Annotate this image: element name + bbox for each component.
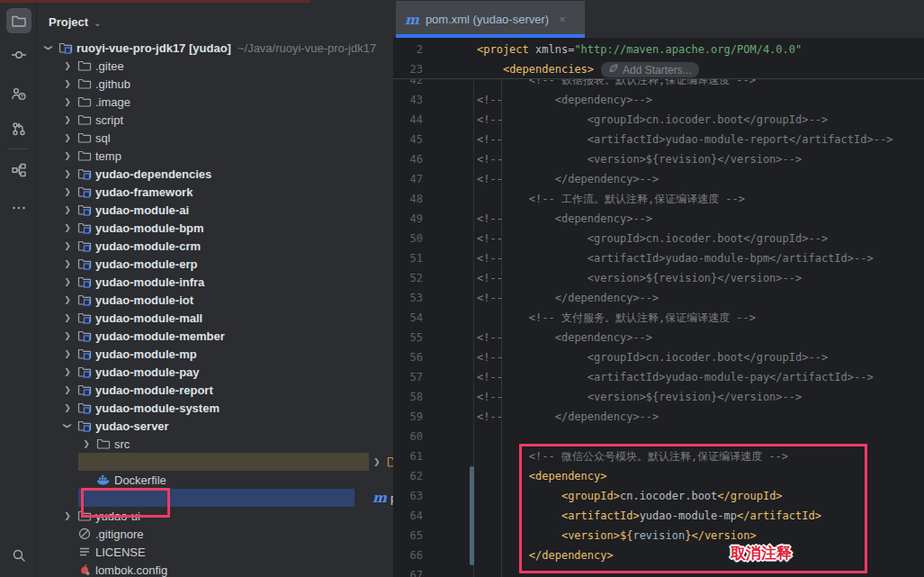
code-line[interactable]: <!-- <artifactId>yudao-module-bpm</artif…	[477, 248, 874, 268]
tree-item-license[interactable]: LICENSE	[37, 543, 393, 561]
code-editor[interactable]: 42 <!-- 数据报表。默认注释,保证编译速度 -->43<!-- <depe…	[393, 38, 924, 577]
tree-item-label: yudao-module-system	[94, 401, 220, 415]
collaboration-icon[interactable]: ?	[6, 81, 31, 106]
chevron-right-icon[interactable]: ❯	[59, 169, 76, 178]
module-folder-icon	[57, 41, 75, 55]
code-line[interactable]: <!-- 支付服务。默认注释,保证编译速度 -->	[477, 308, 756, 328]
tree-item-yudao-module-report[interactable]: ❯yudao-module-report	[37, 381, 393, 399]
tab-pom-xml[interactable]: m pom.xml (yudao-server) ×	[396, 1, 585, 38]
tree-item-yudao-module-member[interactable]: ❯yudao-module-member	[37, 327, 393, 345]
folder-icon	[76, 77, 94, 91]
code-line[interactable]: <!-- </dependency>-->	[477, 288, 659, 308]
close-icon[interactable]: ×	[559, 13, 566, 26]
tree-item-yudao-module-erp[interactable]: ❯yudao-module-erp	[37, 255, 393, 273]
code-line[interactable]: <!-- <dependency>-->	[477, 90, 652, 110]
code-line[interactable]: <!-- </dependency>-->	[477, 407, 659, 427]
tree-item-yudao-module-bpm[interactable]: ❯yudao-module-bpm	[37, 219, 393, 237]
tree-item-yudao-module-pay[interactable]: ❯yudao-module-pay	[37, 363, 393, 381]
code-line[interactable]: <artifactId>yudao-module-mp</artifactId>	[477, 506, 821, 526]
code-line[interactable]: <dependencies>Add Starters...	[477, 59, 699, 79]
code-line[interactable]: <!-- <version>${revision}</version>-->	[477, 268, 802, 288]
code-line[interactable]: <!-- 工作流。默认注释,保证编译速度 -->	[477, 189, 745, 209]
code-line[interactable]: <!-- <artifactId>yudao-module-report</ar…	[477, 130, 893, 149]
code-line[interactable]: <groupId>cn.iocoder.boot</groupId>	[477, 486, 783, 506]
tree-item-yudao-ui[interactable]: ❯yudao-ui	[37, 507, 393, 525]
tree-item-ruoyi-vue-pro-jdk17-yudao-[interactable]: ❯ruoyi-vue-pro-jdk17 [yudao]~/Java/ruoyi…	[37, 39, 393, 57]
chevron-right-icon[interactable]: ❯	[59, 151, 76, 160]
chevron-right-icon[interactable]: ❯	[59, 223, 76, 232]
tree-item-src[interactable]: ❯src	[37, 435, 393, 453]
search-icon[interactable]	[6, 543, 31, 568]
code-line[interactable]: <!-- <groupId>cn.iocoder.boot</groupId>-…	[477, 229, 828, 248]
chevron-right-icon[interactable]: ❯	[59, 259, 76, 268]
tree-item-yudao-module-crm[interactable]: ❯yudao-module-crm	[37, 237, 393, 255]
code-line[interactable]: <!-- <dependency>-->	[477, 209, 652, 229]
chevron-right-icon[interactable]: ❯	[59, 115, 76, 124]
tree-item-yudao-dependencies[interactable]: ❯yudao-dependencies	[37, 165, 393, 183]
code-line[interactable]: <!-- <groupId>cn.iocoder.boot</groupId>-…	[477, 110, 828, 130]
tree-item-dockerfile[interactable]: Dockerfile	[37, 471, 393, 489]
tree-item-yudao-module-mp[interactable]: ❯yudao-module-mp	[37, 345, 393, 363]
folder-icon	[76, 113, 94, 127]
tree-item-yudao-server[interactable]: ❯yudao-server	[37, 417, 393, 435]
tree-item--github[interactable]: ❯.github	[37, 75, 393, 93]
chevron-right-icon[interactable]: ❯	[59, 403, 76, 412]
more-tools-icon[interactable]	[6, 195, 31, 221]
tree-item-yudao-framework[interactable]: ❯yudao-framework	[37, 183, 393, 201]
chevron-right-icon[interactable]: ❯	[59, 97, 76, 106]
project-icon[interactable]	[6, 8, 31, 33]
tree-item-yudao-module-infra[interactable]: ❯yudao-module-infra	[37, 273, 393, 291]
module-folder-icon	[76, 167, 94, 181]
pull-requests-icon[interactable]	[6, 116, 31, 141]
code-line[interactable]: <!-- </dependency>-->	[477, 169, 659, 189]
line-number: 48	[393, 189, 423, 209]
commit-icon[interactable]	[6, 42, 31, 68]
code-line[interactable]: <project xmlns="http://maven.apache.org/…	[477, 40, 802, 59]
code-line[interactable]: <!-- 微信公众号模块。默认注释,保证编译速度 -->	[477, 446, 788, 466]
chevron-right-icon[interactable]: ❯	[59, 241, 76, 250]
chevron-right-icon[interactable]: ❯	[59, 187, 76, 196]
tree-item--gitignore[interactable]: .gitignore	[37, 525, 393, 543]
code-line[interactable]: <version>${revision}</version>	[477, 526, 757, 545]
code-line[interactable]: </dependency>	[477, 545, 614, 565]
tree-item-yudao-module-ai[interactable]: ❯yudao-module-ai	[37, 201, 393, 219]
tree-item-temp[interactable]: ❯temp	[37, 147, 393, 165]
chevron-right-icon[interactable]: ❯	[59, 367, 76, 376]
code-line[interactable]: <!-- <groupId>cn.iocoder.boot</groupId>-…	[477, 347, 828, 367]
code-line[interactable]: <!-- <version>${revision}</version>-->	[477, 387, 802, 407]
chevron-right-icon[interactable]: ❯	[59, 295, 76, 304]
chevron-right-icon[interactable]: ❯	[78, 439, 94, 448]
chevron-down-icon[interactable]: ❯	[44, 40, 53, 56]
chevron-right-icon[interactable]: ❯	[59, 511, 76, 520]
code-line[interactable]: <dependency>	[477, 466, 607, 486]
add-starters-inlay[interactable]: Add Starters...	[601, 62, 699, 77]
chevron-right-icon[interactable]: ❯	[59, 331, 76, 340]
chevron-right-icon[interactable]: ❯	[59, 349, 76, 358]
chevron-right-icon[interactable]: ❯	[59, 385, 76, 394]
tree-item-lombok-config[interactable]: lombok.config	[37, 561, 393, 577]
tree-item-target[interactable]: ❯target	[37, 453, 393, 471]
chevron-right-icon[interactable]: ❯	[59, 133, 76, 142]
tree-item-sql[interactable]: ❯sql	[37, 129, 393, 147]
tree-item-script[interactable]: ❯script	[37, 111, 393, 129]
chevron-down-icon[interactable]: ❯	[63, 418, 72, 434]
chevron-right-icon[interactable]: ❯	[59, 61, 76, 70]
chevron-right-icon[interactable]: ❯	[59, 313, 76, 322]
code-line[interactable]: <!-- <artifactId>yudao-module-pay</artif…	[477, 367, 874, 387]
code-line[interactable]: <!-- <version>${revision}</version>-->	[477, 149, 802, 169]
chevron-right-icon[interactable]: ❯	[59, 205, 76, 214]
structure-icon[interactable]	[6, 158, 31, 183]
project-panel-header[interactable]: Project ⌄	[43, 9, 106, 34]
tree-item-yudao-module-iot[interactable]: ❯yudao-module-iot	[37, 291, 393, 309]
tree-item--image[interactable]: ❯.image	[37, 93, 393, 111]
tree-item--gitee[interactable]: ❯.gitee	[37, 57, 393, 75]
tree-item-yudao-module-system[interactable]: ❯yudao-module-system	[37, 399, 393, 417]
tree-item-pom-xml[interactable]: mpom.xml	[37, 489, 393, 507]
tree-item-yudao-module-mall[interactable]: ❯yudao-module-mall	[37, 309, 393, 327]
chevron-right-icon[interactable]: ❯	[369, 457, 385, 466]
code-line[interactable]: <!-- <dependency>-->	[477, 328, 652, 347]
project-path: ~/Java/ruoyi-vue-pro-jdk17	[231, 41, 376, 55]
chevron-right-icon[interactable]: ❯	[59, 277, 76, 286]
chevron-right-icon[interactable]: ❯	[59, 79, 76, 88]
excluded-row-highlight	[78, 453, 369, 471]
